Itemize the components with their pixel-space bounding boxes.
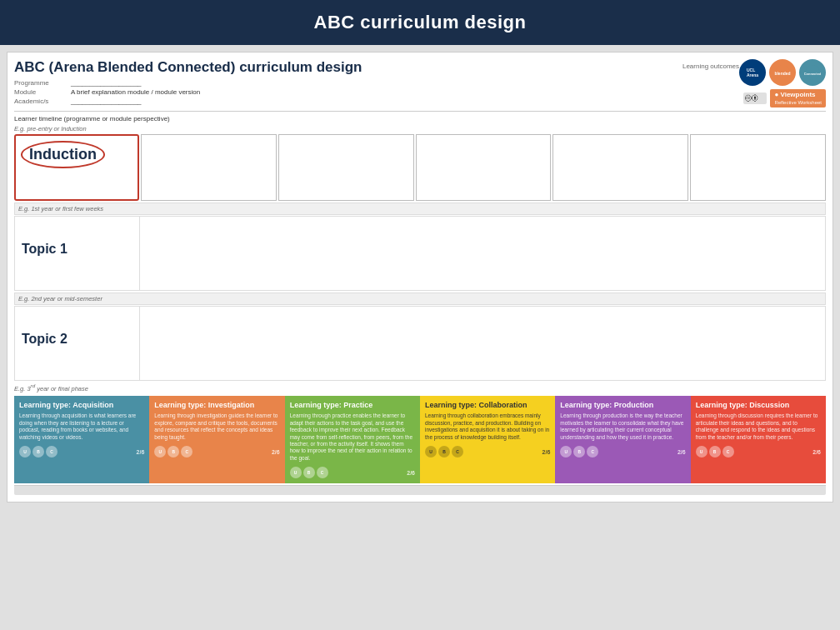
info-left: ABC (Arena Blended Connected) curriculum… bbox=[14, 59, 377, 105]
lt-production-title: Learning type: Production bbox=[560, 401, 685, 410]
learning-type-collaboration: Learning type: Collaboration Learning th… bbox=[420, 396, 555, 484]
lt-practice-footer: U B C 2/6 bbox=[290, 467, 415, 478]
lt-acquisition-footer: U B C 2/6 bbox=[19, 446, 144, 458]
lt-collaboration-logo1: U bbox=[425, 446, 437, 458]
lt-discussion-logo3: C bbox=[722, 446, 734, 458]
lt-investigation-title: Learning type: Investigation bbox=[154, 401, 279, 410]
module-row: Module A brief explanation module / modu… bbox=[14, 88, 377, 96]
grid-cell-1[interactable] bbox=[141, 134, 277, 201]
main-content: ABC (Arena Blended Connected) curriculum… bbox=[7, 52, 833, 502]
lt-investigation-footer: U B C 2/6 bbox=[154, 446, 279, 458]
programme-label: Programme bbox=[14, 79, 64, 87]
lt-practice-logo3: C bbox=[317, 467, 328, 478]
programme-value: ___________________ bbox=[71, 79, 142, 87]
lt-discussion-logo1: U bbox=[696, 446, 708, 458]
lt-investigation-logo1: U bbox=[154, 446, 166, 458]
module-label: Module bbox=[14, 88, 64, 96]
cc-viewpoints-row: 🅭🅯 ● ViewpointsReflective Worksheet bbox=[743, 89, 826, 108]
eg-topic2-label: E.g. 2nd year or mid-semester bbox=[14, 292, 826, 305]
topic1-section: E.g. 1st year or first few weeks Topic 1 bbox=[14, 202, 826, 291]
academic-label: Academic/s bbox=[14, 98, 64, 105]
lt-collaboration-title: Learning type: Collaboration bbox=[425, 401, 550, 410]
timeline-label: Learner timeline (programme or module pe… bbox=[14, 115, 826, 122]
lt-investigation-desc: Learning through investigation guides th… bbox=[154, 412, 279, 441]
lt-discussion-logos: U B C bbox=[696, 446, 734, 458]
lt-practice-desc: Learning through practice enables the le… bbox=[290, 412, 415, 462]
lt-investigation-number: 2/6 bbox=[272, 449, 280, 455]
ucl-logo: UCLArena bbox=[739, 59, 766, 86]
lt-production-logo1: U bbox=[560, 446, 572, 458]
lt-collaboration-logo3: C bbox=[452, 446, 463, 458]
lt-collaboration-logo2: B bbox=[438, 446, 450, 458]
info-fields: Programme ___________________ Module A b… bbox=[14, 79, 377, 105]
page-header: ABC curriculum design bbox=[0, 0, 840, 45]
module-value: A brief explanation module / module vers… bbox=[71, 88, 200, 96]
lt-acquisition-desc: Learning through acquisition is what lea… bbox=[19, 412, 144, 441]
lt-collaboration-footer: U B C 2/6 bbox=[425, 446, 550, 458]
lt-collaboration-desc: Learning through collaboration embraces … bbox=[425, 412, 550, 441]
lt-production-logos: U B C bbox=[560, 446, 598, 458]
lt-acquisition-logo1: U bbox=[19, 446, 31, 458]
induction-section: E.g. pre-entry or Induction Induction bbox=[14, 125, 826, 201]
topic1-label: Topic 1 bbox=[15, 217, 140, 290]
lt-discussion-desc: Learning through discussion requires the… bbox=[696, 412, 821, 441]
divider-1 bbox=[14, 111, 826, 112]
info-bar: ABC (Arena Blended Connected) curriculum… bbox=[14, 59, 826, 108]
lt-production-logo3: C bbox=[587, 446, 598, 458]
lt-acquisition-logo3: C bbox=[46, 446, 58, 458]
main-subtitle: ABC (Arena Blended Connected) curriculum… bbox=[14, 59, 377, 76]
induction-grid: Induction bbox=[14, 134, 826, 201]
grid-cell-4[interactable] bbox=[552, 134, 688, 201]
lt-collaboration-number: 2/6 bbox=[542, 449, 551, 455]
lt-investigation-logo3: C bbox=[181, 446, 192, 458]
learning-type-discussion: Learning type: Discussion Learning throu… bbox=[691, 396, 826, 484]
lt-discussion-title: Learning type: Discussion bbox=[696, 401, 821, 410]
topic2-label: Topic 2 bbox=[15, 307, 140, 380]
svg-text:blended: blended bbox=[774, 71, 790, 76]
lt-production-logo2: B bbox=[573, 446, 585, 458]
lt-production-desc: Learning through production is the way t… bbox=[560, 412, 685, 441]
lt-discussion-footer: U B C 2/6 bbox=[696, 446, 821, 458]
grid-cell-3[interactable] bbox=[416, 134, 552, 201]
induction-cell: Induction bbox=[14, 134, 139, 201]
learning-type-acquisition: Learning type: Acquisition Learning thro… bbox=[14, 396, 149, 484]
lt-practice-logo2: B bbox=[303, 467, 315, 478]
lt-investigation-logos: U B C bbox=[154, 446, 192, 458]
learning-type-practice: Learning type: Practice Learning through… bbox=[285, 396, 420, 484]
viewpoints-badge: ● ViewpointsReflective Worksheet bbox=[770, 89, 826, 108]
learning-types-section: Learning type: Acquisition Learning thro… bbox=[14, 396, 826, 484]
lt-investigation-logo2: B bbox=[168, 446, 179, 458]
topic1-empty[interactable] bbox=[140, 217, 825, 290]
scrollbar[interactable] bbox=[14, 485, 826, 495]
lt-discussion-logo2: B bbox=[709, 446, 721, 458]
info-right: UCLArena blended Connected 🅭🅯 ● Viewpoin… bbox=[739, 59, 826, 108]
lt-practice-logos: U B C bbox=[290, 467, 328, 478]
topic2-section: E.g. 2nd year or mid-semester Topic 2 bbox=[14, 292, 826, 381]
induction-label: Induction bbox=[21, 141, 105, 168]
lt-acquisition-logo2: B bbox=[32, 446, 44, 458]
lt-collaboration-logos: U B C bbox=[425, 446, 463, 458]
topic2-empty[interactable] bbox=[140, 307, 825, 380]
academic-value: ___________________ bbox=[71, 98, 142, 105]
grid-cell-2[interactable] bbox=[278, 134, 414, 201]
learning-outcomes: Learning outcomes bbox=[377, 59, 739, 70]
lt-practice-title: Learning type: Practice bbox=[290, 401, 415, 410]
eg-induction-label: E.g. pre-entry or Induction bbox=[14, 125, 826, 132]
lt-acquisition-logos: U B C bbox=[19, 446, 58, 458]
svg-text:Connected: Connected bbox=[804, 72, 821, 76]
academic-row: Academic/s ___________________ bbox=[14, 98, 377, 105]
eg-final-label: E.g. 3rd year or final phase bbox=[14, 382, 826, 392]
topic1-content: Topic 1 bbox=[14, 216, 826, 291]
grid-cell-5[interactable] bbox=[690, 134, 826, 201]
cc-badge: 🅭🅯 bbox=[743, 92, 767, 104]
learning-type-investigation: Learning type: Investigation Learning th… bbox=[149, 396, 284, 484]
eg-topic1-label: E.g. 1st year or first few weeks bbox=[14, 202, 826, 215]
lt-production-footer: U B C 2/6 bbox=[560, 446, 685, 458]
lt-practice-logo1: U bbox=[290, 467, 302, 478]
lt-discussion-number: 2/6 bbox=[812, 449, 821, 455]
lt-acquisition-title: Learning type: Acquisition bbox=[19, 401, 144, 410]
lt-production-number: 2/6 bbox=[678, 449, 686, 455]
connected-logo: Connected bbox=[799, 59, 826, 86]
lt-acquisition-number: 2/6 bbox=[137, 449, 145, 455]
programme-row: Programme ___________________ bbox=[14, 79, 377, 87]
